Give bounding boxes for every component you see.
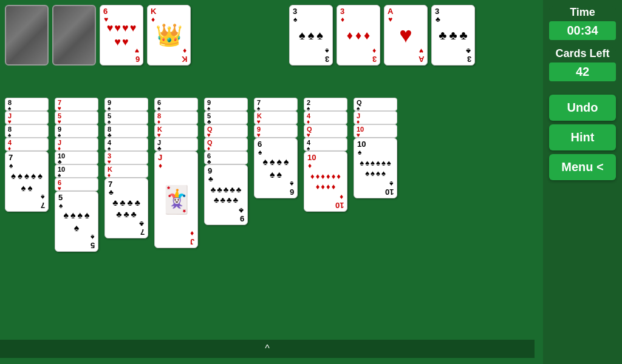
suit-br: ♣ [466, 47, 471, 55]
column-8: Q ♠ J ♦ 10 ♥ 10 ♠ ♠♠♠ ♠♠♠ ♠♠♠ ♠ 10 [354, 98, 400, 352]
card-4d[interactable]: 4 ♦ [5, 138, 49, 151]
card-qh[interactable]: Q ♥ [204, 124, 248, 138]
rank-tl: A [388, 7, 393, 15]
bottom-bar[interactable]: ^ [0, 340, 535, 358]
undo-button[interactable]: Undo [549, 95, 616, 121]
suit-br: ♥ [419, 47, 423, 55]
empty-slot-1 [194, 5, 238, 66]
card-5h[interactable]: 5 ♥ [55, 111, 98, 124]
card-kh2[interactable]: K ♥ [254, 111, 298, 124]
rank-tl: K [151, 7, 156, 15]
card-9h[interactable]: 9 ♥ [254, 124, 298, 138]
tableau: 8 ♠ J ♥ 8 ♠ 4 ♦ 7 ♠ [5, 98, 530, 352]
card-8c[interactable]: 8 ♣ [104, 124, 148, 138]
card-10d[interactable]: 10 ♦ ♦♦♦ ♦♦♦ ♦♦♦ ♦ 10 ♦ [304, 151, 347, 212]
empty-slot-2 [242, 5, 285, 66]
card-5s2[interactable]: 5 ♠ [104, 111, 148, 124]
card-8s[interactable]: 8 ♠ [5, 98, 49, 111]
card-6s[interactable]: 6 ♠ [154, 98, 198, 111]
suit-br: ♦ [183, 47, 186, 55]
card-7c[interactable]: 7 ♣ ♣♣ ♣♣ ♣♣ ♣ 7 ♣ [104, 178, 148, 238]
card-4d2[interactable]: 4 ♦ [304, 111, 347, 124]
card-jd3[interactable]: J ♦ [354, 111, 397, 124]
column-3: 9 ♠ 5 ♠ 8 ♣ 4 ♠ 3 ♥ K ♦ [104, 98, 151, 352]
card-8d[interactable]: 8 ♦ [154, 111, 198, 124]
card-2s[interactable]: 2 ♠ [304, 98, 347, 111]
scroll-up-arrow[interactable]: ^ [265, 343, 270, 354]
rank-br: 3 [467, 55, 471, 63]
time-value: 00:34 [549, 21, 616, 40]
suit-tl: ♥ [104, 16, 108, 23]
top-card-6h[interactable]: 6 ♥ ♥ ♥ ♥ ♥ ♥ ♥ 6 ♥ [100, 5, 143, 66]
card-7h[interactable]: 7 ♥ [55, 98, 98, 111]
top-card-kd[interactable]: K ♦ 👑 K ♦ [147, 5, 191, 66]
suit-br: ♠ [325, 47, 329, 55]
column-5: 9 ♠ 5 ♣ Q ♥ Q ♦ 6 ♣ 9 ♣ [204, 98, 250, 352]
card-5s[interactable]: 5 ♠ ♠♠ ♠♠ ♠ 5 ♠ [55, 191, 98, 252]
column-7: 2 ♠ 4 ♦ Q ♥ 4 ♠ 10 ♦ ♦♦♦ ♦♦♦ ♦♦♦ [304, 98, 350, 352]
card-10s[interactable]: 10 ♠ ♠♠♠ ♠♠♠ ♠♠♠ ♠ 10 ♠ [354, 138, 397, 198]
card-jd[interactable]: J ♦ [55, 138, 98, 151]
game-area: 6 ♥ ♥ ♥ ♥ ♥ ♥ ♥ 6 ♥ K ♦ 👑 K ♦ 3 [0, 0, 535, 358]
column-6: 7 ♠ K ♥ 9 ♥ 6 ♠ ♠♠ ♠♠ ♠♠ 6 ♠ [254, 98, 300, 352]
rank-tl: 6 [103, 7, 108, 15]
suit-tl: ♦ [341, 16, 344, 23]
column-1: 8 ♠ J ♥ 8 ♠ 4 ♦ 7 ♠ [5, 98, 51, 352]
column-4: 6 ♠ 8 ♦ K ♥ J ♣ J ♦ 🃏 J ♦ [154, 98, 200, 352]
card-4s2[interactable]: 4 ♠ [304, 138, 347, 151]
card-jc[interactable]: J ♣ [154, 138, 198, 151]
card-6s2[interactable]: 6 ♠ ♠♠ ♠♠ ♠♠ 6 ♠ [254, 138, 298, 198]
rank-br: 6 [135, 55, 140, 63]
top-card-ah[interactable]: A ♥ ♥ A ♥ [384, 5, 428, 66]
card-9s[interactable]: 9 ♠ [55, 124, 98, 138]
stock-pile-1[interactable] [5, 5, 49, 66]
card-jd2[interactable]: J ♦ 🃏 J ♦ [154, 151, 198, 248]
suit-br: ♦ [372, 47, 376, 55]
cards-left-value: 42 [549, 62, 616, 81]
top-row: 6 ♥ ♥ ♥ ♥ ♥ ♥ ♥ 6 ♥ K ♦ 👑 K ♦ 3 [5, 5, 530, 93]
top-card-3d[interactable]: 3 ♦ ♦ ♦ ♦ 3 ♦ [337, 5, 380, 66]
time-box: Time 00:34 [549, 6, 616, 40]
suit-tl: ♣ [436, 16, 440, 23]
card-4s[interactable]: 4 ♠ [104, 138, 148, 151]
card-6h2[interactable]: 6 ♥ [55, 178, 98, 191]
rank-tl: 3 [293, 7, 297, 15]
card-qd[interactable]: Q ♦ [204, 138, 248, 151]
hint-button[interactable]: Hint [549, 124, 616, 150]
stock-pile-2[interactable] [52, 5, 96, 66]
rank-tl: 3 [435, 7, 439, 15]
top-card-3c[interactable]: 3 ♣ ♣ ♣ ♣ 3 ♣ [431, 5, 475, 66]
rank-br: K [182, 55, 187, 63]
card-10c[interactable]: 10 ♣ [55, 151, 98, 164]
card-3h[interactable]: 3 ♥ [104, 151, 148, 164]
cards-left-box: Cards Left 42 [549, 47, 616, 81]
suit-tl: ♦ [151, 16, 155, 23]
time-label: Time [549, 6, 616, 19]
suit-br: ♥ [135, 47, 139, 55]
card-8s2[interactable]: 8 ♠ [5, 124, 49, 138]
card-qh2[interactable]: Q ♥ [304, 124, 347, 138]
card-9c[interactable]: 9 ♣ ♣♣♣ ♣♣♣ ♣♣♣ 9 ♣ [204, 164, 248, 225]
card-kh[interactable]: K ♥ [154, 124, 198, 138]
card-10h[interactable]: 10 ♥ [354, 124, 397, 138]
cards-left-label: Cards Left [549, 47, 616, 60]
card-10s[interactable]: 10 ♠ [55, 164, 98, 178]
card-kd2[interactable]: K ♦ [104, 164, 148, 178]
card-7s[interactable]: 7 ♠ ♠♠ ♠♠ ♠♠ ♠ 7 ♠ [5, 151, 49, 212]
card-qs[interactable]: Q ♠ [354, 98, 397, 111]
card-7s2[interactable]: 7 ♠ [254, 98, 298, 111]
rank-br: A [419, 55, 424, 63]
suit-tl: ♠ [293, 16, 297, 23]
rank-br: 3 [372, 55, 377, 63]
rank-br: 3 [325, 55, 329, 63]
card-jh[interactable]: J ♥ [5, 111, 49, 124]
card-5c[interactable]: 5 ♣ [204, 111, 248, 124]
sidebar: Time 00:34 Cards Left 42 Undo Hint Menu … [543, 0, 622, 364]
card-6c[interactable]: 6 ♣ [204, 151, 248, 164]
menu-button[interactable]: Menu < [549, 154, 616, 180]
card-9s3[interactable]: 9 ♠ [204, 98, 248, 111]
card-9s2[interactable]: 9 ♠ [104, 98, 148, 111]
top-card-3s[interactable]: 3 ♠ ♠ ♠ ♠ 3 ♠ [289, 5, 333, 66]
suit-tl: ♥ [388, 16, 392, 23]
rank-tl: 3 [340, 7, 344, 15]
